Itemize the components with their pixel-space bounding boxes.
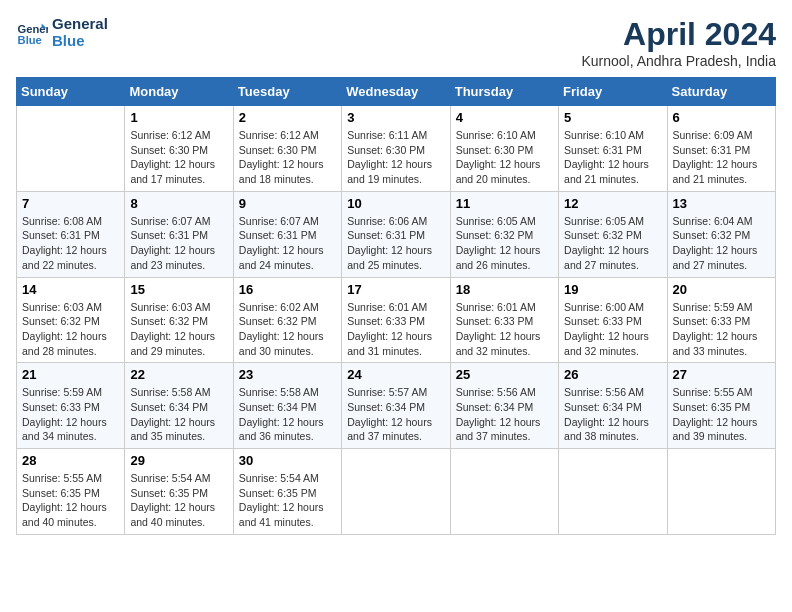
calendar-cell: 12Sunrise: 6:05 AMSunset: 6:32 PMDayligh… <box>559 191 667 277</box>
calendar-cell <box>450 449 558 535</box>
location: Kurnool, Andhra Pradesh, India <box>581 53 776 69</box>
calendar-cell: 22Sunrise: 5:58 AMSunset: 6:34 PMDayligh… <box>125 363 233 449</box>
day-number: 17 <box>347 282 444 297</box>
calendar-week-1: 1Sunrise: 6:12 AMSunset: 6:30 PMDaylight… <box>17 106 776 192</box>
day-info: Sunrise: 6:11 AMSunset: 6:30 PMDaylight:… <box>347 128 444 187</box>
day-info: Sunrise: 5:56 AMSunset: 6:34 PMDaylight:… <box>456 385 553 444</box>
day-number: 8 <box>130 196 227 211</box>
day-number: 24 <box>347 367 444 382</box>
calendar-week-5: 28Sunrise: 5:55 AMSunset: 6:35 PMDayligh… <box>17 449 776 535</box>
calendar-cell: 27Sunrise: 5:55 AMSunset: 6:35 PMDayligh… <box>667 363 775 449</box>
day-info: Sunrise: 5:54 AMSunset: 6:35 PMDaylight:… <box>130 471 227 530</box>
day-number: 30 <box>239 453 336 468</box>
weekday-header-monday: Monday <box>125 78 233 106</box>
day-number: 22 <box>130 367 227 382</box>
logo: General Blue General Blue <box>16 16 108 49</box>
calendar-cell: 26Sunrise: 5:56 AMSunset: 6:34 PMDayligh… <box>559 363 667 449</box>
calendar-cell: 13Sunrise: 6:04 AMSunset: 6:32 PMDayligh… <box>667 191 775 277</box>
weekday-header-tuesday: Tuesday <box>233 78 341 106</box>
day-number: 10 <box>347 196 444 211</box>
calendar-cell: 15Sunrise: 6:03 AMSunset: 6:32 PMDayligh… <box>125 277 233 363</box>
weekday-header-wednesday: Wednesday <box>342 78 450 106</box>
calendar-cell: 6Sunrise: 6:09 AMSunset: 6:31 PMDaylight… <box>667 106 775 192</box>
day-info: Sunrise: 5:59 AMSunset: 6:33 PMDaylight:… <box>22 385 119 444</box>
day-info: Sunrise: 5:57 AMSunset: 6:34 PMDaylight:… <box>347 385 444 444</box>
day-number: 5 <box>564 110 661 125</box>
calendar-cell: 9Sunrise: 6:07 AMSunset: 6:31 PMDaylight… <box>233 191 341 277</box>
weekday-header-sunday: Sunday <box>17 78 125 106</box>
calendar-cell: 7Sunrise: 6:08 AMSunset: 6:31 PMDaylight… <box>17 191 125 277</box>
day-number: 3 <box>347 110 444 125</box>
day-info: Sunrise: 5:55 AMSunset: 6:35 PMDaylight:… <box>22 471 119 530</box>
day-info: Sunrise: 6:07 AMSunset: 6:31 PMDaylight:… <box>239 214 336 273</box>
day-info: Sunrise: 6:12 AMSunset: 6:30 PMDaylight:… <box>130 128 227 187</box>
day-info: Sunrise: 6:01 AMSunset: 6:33 PMDaylight:… <box>456 300 553 359</box>
day-info: Sunrise: 6:07 AMSunset: 6:31 PMDaylight:… <box>130 214 227 273</box>
day-number: 19 <box>564 282 661 297</box>
svg-text:Blue: Blue <box>18 34 42 46</box>
calendar-cell: 10Sunrise: 6:06 AMSunset: 6:31 PMDayligh… <box>342 191 450 277</box>
calendar-cell: 1Sunrise: 6:12 AMSunset: 6:30 PMDaylight… <box>125 106 233 192</box>
calendar-cell: 18Sunrise: 6:01 AMSunset: 6:33 PMDayligh… <box>450 277 558 363</box>
day-info: Sunrise: 6:03 AMSunset: 6:32 PMDaylight:… <box>22 300 119 359</box>
logo-icon: General Blue <box>16 17 48 49</box>
calendar-cell: 2Sunrise: 6:12 AMSunset: 6:30 PMDaylight… <box>233 106 341 192</box>
day-info: Sunrise: 5:54 AMSunset: 6:35 PMDaylight:… <box>239 471 336 530</box>
calendar-cell: 16Sunrise: 6:02 AMSunset: 6:32 PMDayligh… <box>233 277 341 363</box>
svg-text:General: General <box>18 23 48 35</box>
calendar-cell: 29Sunrise: 5:54 AMSunset: 6:35 PMDayligh… <box>125 449 233 535</box>
day-info: Sunrise: 5:56 AMSunset: 6:34 PMDaylight:… <box>564 385 661 444</box>
day-number: 23 <box>239 367 336 382</box>
weekday-header-row: SundayMondayTuesdayWednesdayThursdayFrid… <box>17 78 776 106</box>
calendar-cell: 20Sunrise: 5:59 AMSunset: 6:33 PMDayligh… <box>667 277 775 363</box>
weekday-header-friday: Friday <box>559 78 667 106</box>
calendar-cell <box>342 449 450 535</box>
day-info: Sunrise: 6:06 AMSunset: 6:31 PMDaylight:… <box>347 214 444 273</box>
calendar-cell <box>559 449 667 535</box>
weekday-header-saturday: Saturday <box>667 78 775 106</box>
calendar-cell <box>17 106 125 192</box>
day-info: Sunrise: 5:59 AMSunset: 6:33 PMDaylight:… <box>673 300 770 359</box>
day-number: 13 <box>673 196 770 211</box>
calendar-cell: 8Sunrise: 6:07 AMSunset: 6:31 PMDaylight… <box>125 191 233 277</box>
day-info: Sunrise: 5:55 AMSunset: 6:35 PMDaylight:… <box>673 385 770 444</box>
calendar-body: 1Sunrise: 6:12 AMSunset: 6:30 PMDaylight… <box>17 106 776 535</box>
day-info: Sunrise: 5:58 AMSunset: 6:34 PMDaylight:… <box>130 385 227 444</box>
day-info: Sunrise: 6:01 AMSunset: 6:33 PMDaylight:… <box>347 300 444 359</box>
day-number: 29 <box>130 453 227 468</box>
day-info: Sunrise: 6:12 AMSunset: 6:30 PMDaylight:… <box>239 128 336 187</box>
calendar-cell: 19Sunrise: 6:00 AMSunset: 6:33 PMDayligh… <box>559 277 667 363</box>
day-number: 26 <box>564 367 661 382</box>
day-number: 27 <box>673 367 770 382</box>
logo-text: General Blue <box>52 16 108 49</box>
day-info: Sunrise: 6:05 AMSunset: 6:32 PMDaylight:… <box>564 214 661 273</box>
calendar-cell: 21Sunrise: 5:59 AMSunset: 6:33 PMDayligh… <box>17 363 125 449</box>
day-number: 11 <box>456 196 553 211</box>
day-info: Sunrise: 6:09 AMSunset: 6:31 PMDaylight:… <box>673 128 770 187</box>
calendar-cell: 17Sunrise: 6:01 AMSunset: 6:33 PMDayligh… <box>342 277 450 363</box>
calendar-cell: 28Sunrise: 5:55 AMSunset: 6:35 PMDayligh… <box>17 449 125 535</box>
month-title: April 2024 <box>581 16 776 53</box>
day-number: 25 <box>456 367 553 382</box>
day-number: 20 <box>673 282 770 297</box>
day-info: Sunrise: 6:04 AMSunset: 6:32 PMDaylight:… <box>673 214 770 273</box>
calendar-cell: 24Sunrise: 5:57 AMSunset: 6:34 PMDayligh… <box>342 363 450 449</box>
day-info: Sunrise: 5:58 AMSunset: 6:34 PMDaylight:… <box>239 385 336 444</box>
calendar-cell: 23Sunrise: 5:58 AMSunset: 6:34 PMDayligh… <box>233 363 341 449</box>
calendar-table: SundayMondayTuesdayWednesdayThursdayFrid… <box>16 77 776 535</box>
calendar-week-3: 14Sunrise: 6:03 AMSunset: 6:32 PMDayligh… <box>17 277 776 363</box>
page-header: General Blue General Blue April 2024 Kur… <box>16 16 776 69</box>
day-number: 1 <box>130 110 227 125</box>
day-info: Sunrise: 6:00 AMSunset: 6:33 PMDaylight:… <box>564 300 661 359</box>
day-number: 6 <box>673 110 770 125</box>
calendar-cell <box>667 449 775 535</box>
weekday-header-thursday: Thursday <box>450 78 558 106</box>
day-number: 15 <box>130 282 227 297</box>
calendar-cell: 11Sunrise: 6:05 AMSunset: 6:32 PMDayligh… <box>450 191 558 277</box>
day-number: 28 <box>22 453 119 468</box>
day-info: Sunrise: 6:08 AMSunset: 6:31 PMDaylight:… <box>22 214 119 273</box>
calendar-week-2: 7Sunrise: 6:08 AMSunset: 6:31 PMDaylight… <box>17 191 776 277</box>
calendar-cell: 5Sunrise: 6:10 AMSunset: 6:31 PMDaylight… <box>559 106 667 192</box>
day-number: 12 <box>564 196 661 211</box>
day-info: Sunrise: 6:02 AMSunset: 6:32 PMDaylight:… <box>239 300 336 359</box>
